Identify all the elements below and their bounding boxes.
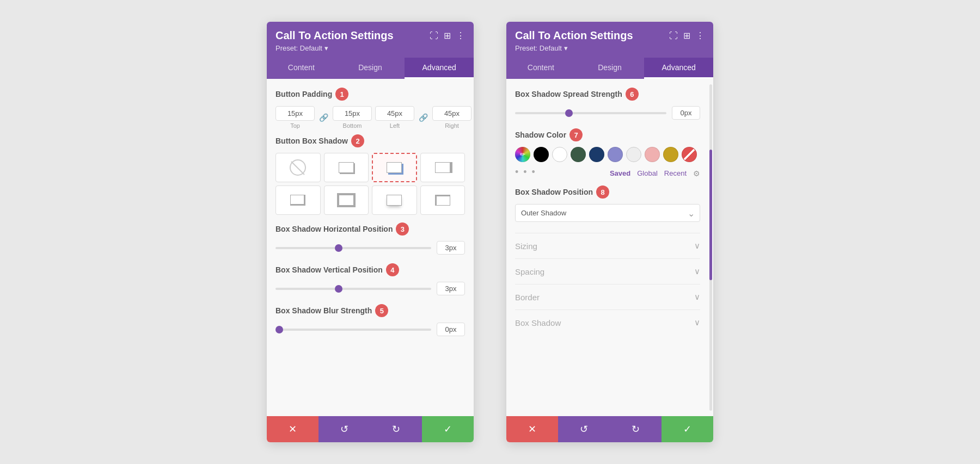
left-panel-header: Call To Action Settings ⛶ ⊞ ⋮ Preset: De… [267,22,474,58]
color-tabs-row: Saved Global Recent ⚙ [610,169,700,178]
reset-button-left[interactable]: ↺ [318,416,370,442]
padding-right-group: Right [432,106,471,129]
box-shadow-label: Button Box Shadow 2 [275,134,465,147]
cancel-button-right[interactable]: ✕ [506,416,558,442]
right-split-icon[interactable]: ⊞ [683,30,690,41]
badge-6: 6 [626,88,639,101]
shadow-box-7 [435,195,450,206]
sizing-label: Sizing [515,242,537,251]
right-panel: Call To Action Settings ⛶ ⊞ ⋮ Preset: De… [506,22,713,442]
save-button-left[interactable]: ✓ [422,416,474,442]
color-light-gray[interactable] [626,147,641,162]
box-shadow-section[interactable]: Box Shadow ∨ [515,310,700,335]
shadow-bottom[interactable] [372,185,417,215]
shadow-box-5 [339,195,354,206]
left-panel-tabs: Content Design Advanced [267,58,474,79]
sizing-chevron: ∨ [694,241,700,251]
save-button-right[interactable]: ✓ [661,416,713,442]
padding-right-label: Right [445,122,459,129]
tab-advanced-left[interactable]: Advanced [405,58,474,79]
padding-left-input[interactable] [375,106,414,121]
badge-2: 2 [351,134,364,147]
menu-icon[interactable]: ⋮ [456,30,465,41]
spacing-section[interactable]: Spacing ∨ [515,258,700,284]
tab-content-left[interactable]: Content [267,58,336,79]
box-shadow-chevron: ∨ [694,318,700,327]
shadow-right-bottom[interactable] [372,153,417,182]
split-icon[interactable]: ⊞ [444,30,451,41]
color-tab-saved[interactable]: Saved [610,169,630,177]
badge-5: 5 [375,304,388,317]
right-menu-icon[interactable]: ⋮ [696,30,705,41]
fullscreen-icon[interactable]: ⛶ [430,31,438,41]
shadow-small[interactable] [324,153,369,182]
badge-3: 3 [396,222,409,236]
shadow-top-left[interactable] [420,185,465,215]
sizing-section[interactable]: Sizing ∨ [515,233,700,258]
blur-strength-slider[interactable] [275,329,431,331]
redo-button-right[interactable]: ↻ [610,416,661,442]
padding-fields: Top 🔗 Bottom Left 🔗 Right [275,106,465,129]
shadow-options-grid [275,153,465,215]
color-gold[interactable] [663,147,678,162]
left-panel: Call To Action Settings ⛶ ⊞ ⋮ Preset: De… [267,22,474,442]
right-panel-header: Call To Action Settings ⛶ ⊞ ⋮ Preset: De… [506,22,713,58]
shadow-flat[interactable] [420,153,465,182]
padding-left-group: Left [375,106,414,129]
blur-strength-value: 0px [437,323,465,336]
shadow-color-label: Shadow Color 7 [515,128,700,141]
color-settings-icon[interactable]: ⚙ [693,169,700,178]
color-tab-global[interactable]: Global [637,169,658,177]
right-fullscreen-icon[interactable]: ⛶ [669,31,678,41]
color-picker-button[interactable]: ✏ [515,147,530,162]
right-panel-title: Call To Action Settings [515,29,633,42]
vertical-position-slider[interactable] [275,288,431,290]
shadow-position-select[interactable]: Outer Shadow Inner Shadow [515,204,700,222]
preset-label[interactable]: Preset: Default ▾ [275,44,465,52]
shadow-box-2 [387,162,402,173]
vertical-position-value: 3px [437,282,465,295]
shadow-corner[interactable] [275,185,321,215]
padding-top-group: Top [275,106,315,129]
color-dark-green[interactable] [571,147,586,162]
more-colors-dots[interactable]: • • • [515,166,536,178]
tab-design-right[interactable]: Design [575,58,645,79]
cancel-button-left[interactable]: ✕ [267,416,318,442]
padding-top-input[interactable] [275,106,315,121]
shadow-box-1 [339,162,354,173]
tab-advanced-right[interactable]: Advanced [644,58,713,79]
spread-strength-label: Box Shadow Spread Strength 6 [515,88,700,101]
tab-design-left[interactable]: Design [336,58,405,79]
shadow-all[interactable] [324,185,369,215]
redo-button-left[interactable]: ↻ [370,416,422,442]
right-panel-body: Box Shadow Spread Strength 6 0px Shadow … [506,79,713,416]
shadow-none[interactable] [275,153,321,182]
link-icon-left[interactable]: 🔗 [318,113,329,122]
color-white[interactable] [552,147,567,162]
horizontal-position-slider[interactable] [275,247,431,249]
color-medium-blue[interactable] [608,147,623,162]
color-tab-recent[interactable]: Recent [664,169,687,177]
padding-right-input[interactable] [432,106,471,121]
padding-bottom-input[interactable] [333,106,372,121]
left-panel-title: Call To Action Settings [275,29,394,42]
badge-1: 1 [335,88,348,101]
badge-8: 8 [596,185,609,199]
blur-strength-row: Box Shadow Blur Strength 5 0px [275,304,465,336]
spread-strength-row: Box Shadow Spread Strength 6 0px [515,88,700,120]
link-icon-right[interactable]: 🔗 [418,113,429,122]
shadow-box-4 [290,195,305,206]
shadow-position-select-wrap: Outer Shadow Inner Shadow [515,204,700,222]
reset-button-right[interactable]: ↺ [558,416,610,442]
shadow-box-6 [387,195,402,206]
scrollbar-thumb[interactable] [709,150,712,280]
color-black[interactable] [534,147,549,162]
color-red[interactable] [682,147,697,162]
color-dark-blue[interactable] [589,147,604,162]
border-section[interactable]: Border ∨ [515,284,700,310]
button-padding-label: Button Padding 1 [275,88,465,101]
color-pink[interactable] [645,147,660,162]
spread-strength-slider[interactable] [515,112,666,114]
right-preset-label[interactable]: Preset: Default ▾ [515,44,705,52]
tab-content-right[interactable]: Content [506,58,575,79]
